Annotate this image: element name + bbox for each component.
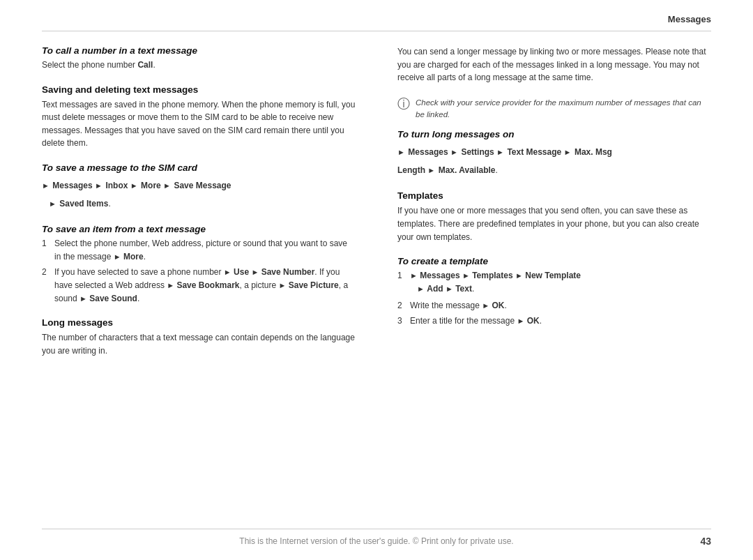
create-template-list: 1 ► Messages ► Templates ► New Template — [397, 269, 711, 328]
section-templates: Templates If you have one or more messag… — [397, 190, 711, 243]
page-number: 43 — [700, 536, 711, 547]
section-turn-long-title: To turn long messages on — [397, 129, 711, 139]
section-turn-long-on: To turn long messages on ► Messages ► Se… — [397, 129, 711, 178]
section-save-sim: To save a message to the SIM card ► Mess… — [42, 162, 356, 211]
section-call-number: To call a number in a text message Selec… — [42, 45, 356, 72]
right-column: You can send a longer message by linking… — [387, 45, 711, 522]
section-long-messages: Long messages The number of characters t… — [42, 317, 356, 357]
note-text: Check with your service provider for the… — [416, 97, 711, 121]
footer-area: This is the Internet version of the user… — [0, 522, 753, 560]
page-header: Messages — [0, 0, 753, 31]
header-title: Messages — [668, 14, 711, 24]
section-save-sim-title: To save a message to the SIM card — [42, 162, 356, 173]
section-longer-message: You can send a longer message by linking… — [397, 45, 711, 84]
section-long-messages-body: The number of characters that a text mes… — [42, 331, 356, 357]
section-saving-body: Text messages are saved in the phone mem… — [42, 98, 356, 150]
save-item-list: 1 Select the phone number, Web address, … — [42, 237, 356, 305]
footer-content: This is the Internet version of the user… — [42, 536, 711, 546]
section-save-sim-nav1: ► Messages ► Inbox ► More ► Save Message — [42, 176, 356, 194]
section-long-messages-title: Long messages — [42, 317, 356, 328]
section-create-template: To create a template 1 ► Messages ► Temp… — [397, 256, 711, 328]
longer-message-body: You can send a longer message by linking… — [397, 45, 711, 84]
section-saving-title: Saving and deleting text messages — [42, 84, 356, 95]
list-item: 2 Write the message ► OK. — [397, 299, 711, 312]
list-item: 2 If you have selected to save a phone n… — [42, 266, 356, 305]
footer-divider — [42, 529, 711, 529]
section-templates-body: If you have one or more messages that yo… — [397, 204, 711, 243]
content-area: To call a number in a text message Selec… — [0, 31, 753, 522]
page: Messages To call a number in a text mess… — [0, 0, 753, 560]
note-icon: ⓘ — [397, 96, 410, 112]
section-save-sim-nav2: ► Saved Items. — [49, 194, 356, 212]
section-call-number-title: To call a number in a text message — [42, 45, 356, 56]
section-saving-deleting: Saving and deleting text messages Text m… — [42, 84, 356, 150]
section-call-number-body: Select the phone number Call. — [42, 59, 356, 72]
section-save-item-title: To save an item from a text message — [42, 224, 356, 234]
note-box: ⓘ Check with your service provider for t… — [397, 97, 711, 121]
list-item: 1 ► Messages ► Templates ► New Template — [397, 269, 711, 296]
section-turn-long-nav: ► Messages ► Settings ► Text Message ► M… — [397, 142, 711, 160]
list-item: 1 Select the phone number, Web address, … — [42, 237, 356, 263]
section-turn-long-nav2: Length ► Max. Available. — [397, 160, 711, 179]
section-save-item: To save an item from a text message 1 Se… — [42, 224, 356, 305]
section-create-template-title: To create a template — [397, 256, 711, 266]
footer-notice: This is the Internet version of the user… — [239, 536, 513, 546]
left-column: To call a number in a text message Selec… — [42, 45, 366, 522]
section-templates-title: Templates — [397, 190, 711, 201]
list-item: 3 Enter a title for the message ► OK. — [397, 315, 711, 328]
